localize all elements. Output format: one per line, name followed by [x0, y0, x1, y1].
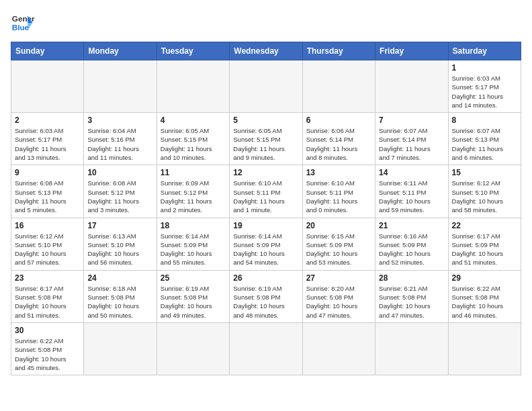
day-number: 2: [15, 116, 80, 125]
calendar-cell: [230, 60, 302, 113]
day-info: Sunrise: 6:19 AM Sunset: 5:08 PM Dayligh…: [161, 284, 226, 320]
calendar-cell: [375, 60, 448, 113]
calendar-week-5: 23Sunrise: 6:17 AM Sunset: 5:08 PM Dayli…: [11, 270, 521, 322]
day-number: 11: [161, 168, 226, 177]
day-info: Sunrise: 6:06 AM Sunset: 5:14 PM Dayligh…: [306, 126, 371, 162]
day-info: Sunrise: 6:14 AM Sunset: 5:09 PM Dayligh…: [233, 232, 298, 267]
day-info: Sunrise: 6:17 AM Sunset: 5:08 PM Dayligh…: [15, 284, 80, 320]
logo-icon: General Blue: [11, 11, 35, 35]
weekday-header-tuesday: Tuesday: [157, 42, 229, 60]
day-number: 1: [452, 63, 517, 73]
day-info: Sunrise: 6:16 AM Sunset: 5:09 PM Dayligh…: [379, 232, 444, 267]
day-number: 19: [233, 221, 298, 230]
day-number: 30: [15, 326, 80, 335]
calendar-cell: 6Sunrise: 6:06 AM Sunset: 5:14 PM Daylig…: [302, 113, 375, 165]
day-info: Sunrise: 6:07 AM Sunset: 5:14 PM Dayligh…: [379, 126, 444, 162]
day-number: 18: [161, 221, 226, 230]
day-number: 28: [379, 273, 444, 283]
weekday-header-row: SundayMondayTuesdayWednesdayThursdayFrid…: [11, 42, 521, 60]
day-info: Sunrise: 6:03 AM Sunset: 5:17 PM Dayligh…: [15, 126, 80, 162]
calendar-cell: [11, 60, 84, 113]
calendar-cell: 24Sunrise: 6:18 AM Sunset: 5:08 PM Dayli…: [84, 270, 157, 322]
calendar-cell: [302, 322, 375, 375]
calendar-cell: 14Sunrise: 6:11 AM Sunset: 5:11 PM Dayli…: [375, 165, 448, 218]
day-number: 23: [15, 273, 80, 283]
day-number: 29: [452, 273, 517, 283]
logo: General Blue: [11, 11, 35, 35]
day-info: Sunrise: 6:22 AM Sunset: 5:08 PM Dayligh…: [452, 284, 517, 320]
weekday-header-monday: Monday: [84, 42, 157, 60]
calendar-cell: 25Sunrise: 6:19 AM Sunset: 5:08 PM Dayli…: [157, 270, 229, 322]
day-number: 12: [233, 168, 298, 177]
day-info: Sunrise: 6:05 AM Sunset: 5:15 PM Dayligh…: [233, 126, 298, 162]
calendar-cell: 28Sunrise: 6:21 AM Sunset: 5:08 PM Dayli…: [375, 270, 448, 322]
day-number: 24: [87, 273, 152, 283]
calendar-cell: 26Sunrise: 6:19 AM Sunset: 5:08 PM Dayli…: [230, 270, 302, 322]
calendar-cell: 4Sunrise: 6:05 AM Sunset: 5:15 PM Daylig…: [157, 113, 229, 165]
calendar-cell: 27Sunrise: 6:20 AM Sunset: 5:08 PM Dayli…: [302, 270, 375, 322]
calendar-cell: 13Sunrise: 6:10 AM Sunset: 5:11 PM Dayli…: [302, 165, 375, 218]
calendar-cell: [157, 322, 229, 375]
day-info: Sunrise: 6:04 AM Sunset: 5:16 PM Dayligh…: [87, 126, 152, 162]
calendar-week-6: 30Sunrise: 6:22 AM Sunset: 5:08 PM Dayli…: [11, 322, 521, 375]
calendar-cell: 2Sunrise: 6:03 AM Sunset: 5:17 PM Daylig…: [11, 113, 84, 165]
day-info: Sunrise: 6:20 AM Sunset: 5:08 PM Dayligh…: [306, 284, 371, 320]
day-number: 25: [161, 273, 226, 283]
day-info: Sunrise: 6:21 AM Sunset: 5:08 PM Dayligh…: [379, 284, 444, 320]
calendar-cell: [230, 322, 302, 375]
day-number: 20: [306, 221, 371, 230]
day-info: Sunrise: 6:09 AM Sunset: 5:12 PM Dayligh…: [161, 179, 226, 214]
calendar-cell: 1Sunrise: 6:03 AM Sunset: 5:17 PM Daylig…: [448, 60, 521, 113]
day-number: 17: [87, 221, 152, 230]
day-info: Sunrise: 6:14 AM Sunset: 5:09 PM Dayligh…: [161, 232, 226, 267]
calendar-cell: [302, 60, 375, 113]
day-number: 14: [379, 168, 444, 177]
calendar-cell: 8Sunrise: 6:07 AM Sunset: 5:13 PM Daylig…: [448, 113, 521, 165]
page-header: General Blue: [11, 11, 521, 35]
day-number: 7: [379, 116, 444, 125]
weekday-header-wednesday: Wednesday: [230, 42, 302, 60]
calendar-cell: 20Sunrise: 6:15 AM Sunset: 5:09 PM Dayli…: [302, 218, 375, 270]
day-number: 13: [306, 168, 371, 177]
calendar-cell: 11Sunrise: 6:09 AM Sunset: 5:12 PM Dayli…: [157, 165, 229, 218]
calendar-cell: 3Sunrise: 6:04 AM Sunset: 5:16 PM Daylig…: [84, 113, 157, 165]
day-info: Sunrise: 6:07 AM Sunset: 5:13 PM Dayligh…: [452, 126, 517, 162]
calendar-cell: 7Sunrise: 6:07 AM Sunset: 5:14 PM Daylig…: [375, 113, 448, 165]
day-number: 26: [233, 273, 298, 283]
calendar-cell: 21Sunrise: 6:16 AM Sunset: 5:09 PM Dayli…: [375, 218, 448, 270]
day-info: Sunrise: 6:08 AM Sunset: 5:12 PM Dayligh…: [87, 179, 152, 214]
calendar-cell: 10Sunrise: 6:08 AM Sunset: 5:12 PM Dayli…: [84, 165, 157, 218]
calendar-cell: 5Sunrise: 6:05 AM Sunset: 5:15 PM Daylig…: [230, 113, 302, 165]
day-info: Sunrise: 6:22 AM Sunset: 5:08 PM Dayligh…: [15, 336, 80, 372]
day-number: 6: [306, 116, 371, 125]
day-info: Sunrise: 6:19 AM Sunset: 5:08 PM Dayligh…: [233, 284, 298, 320]
day-number: 4: [161, 116, 226, 125]
calendar-cell: 22Sunrise: 6:17 AM Sunset: 5:09 PM Dayli…: [448, 218, 521, 270]
calendar-cell: [448, 322, 521, 375]
day-number: 9: [15, 168, 80, 177]
day-number: 22: [452, 221, 517, 230]
day-info: Sunrise: 6:11 AM Sunset: 5:11 PM Dayligh…: [379, 179, 444, 214]
calendar-week-1: 1Sunrise: 6:03 AM Sunset: 5:17 PM Daylig…: [11, 60, 521, 113]
day-number: 8: [452, 116, 517, 125]
calendar-cell: 17Sunrise: 6:13 AM Sunset: 5:10 PM Dayli…: [84, 218, 157, 270]
calendar-cell: [157, 60, 229, 113]
calendar-cell: 15Sunrise: 6:12 AM Sunset: 5:10 PM Dayli…: [448, 165, 521, 218]
day-number: 10: [87, 168, 152, 177]
calendar-cell: [375, 322, 448, 375]
calendar-cell: 29Sunrise: 6:22 AM Sunset: 5:08 PM Dayli…: [448, 270, 521, 322]
day-number: 21: [379, 221, 444, 230]
day-info: Sunrise: 6:15 AM Sunset: 5:09 PM Dayligh…: [306, 232, 371, 267]
svg-text:Blue: Blue: [12, 23, 30, 32]
weekday-header-sunday: Sunday: [11, 42, 84, 60]
day-number: 3: [87, 116, 152, 125]
calendar-table: SundayMondayTuesdayWednesdayThursdayFrid…: [11, 42, 521, 375]
calendar-cell: 9Sunrise: 6:08 AM Sunset: 5:13 PM Daylig…: [11, 165, 84, 218]
calendar-cell: [84, 60, 157, 113]
calendar-cell: 19Sunrise: 6:14 AM Sunset: 5:09 PM Dayli…: [230, 218, 302, 270]
calendar-week-2: 2Sunrise: 6:03 AM Sunset: 5:17 PM Daylig…: [11, 113, 521, 165]
calendar-cell: 12Sunrise: 6:10 AM Sunset: 5:11 PM Dayli…: [230, 165, 302, 218]
weekday-header-friday: Friday: [375, 42, 448, 60]
day-info: Sunrise: 6:12 AM Sunset: 5:10 PM Dayligh…: [452, 179, 517, 214]
calendar-week-4: 16Sunrise: 6:12 AM Sunset: 5:10 PM Dayli…: [11, 218, 521, 270]
